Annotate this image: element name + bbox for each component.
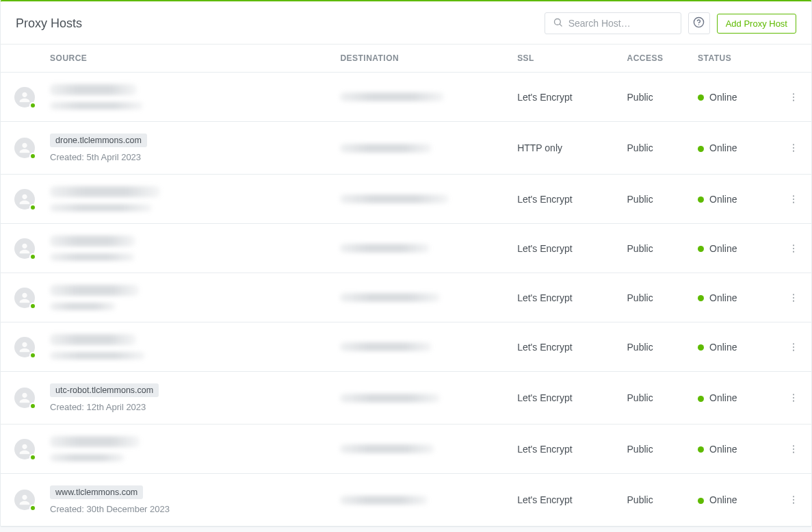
avatar-status-dot xyxy=(29,403,36,409)
svg-point-8 xyxy=(793,147,794,149)
status-dot-icon xyxy=(698,197,704,203)
avatar xyxy=(14,490,35,510)
table-row[interactable]: Let's EncryptPublicOnline xyxy=(1,322,811,372)
status-label: Online xyxy=(709,243,737,254)
host-tag: utc-robot.tlclemmons.com xyxy=(50,383,159,397)
ssl-cell: Let's Encrypt xyxy=(510,372,620,425)
ssl-cell: Let's Encrypt xyxy=(510,474,620,527)
avatar xyxy=(14,138,35,158)
avatar-status-dot xyxy=(29,153,36,160)
status-cell: Online xyxy=(691,372,776,425)
table-row[interactable]: utc-robot.tlclemmons.comCreated: 12th Ap… xyxy=(1,372,811,425)
access-cell: Public xyxy=(620,122,691,175)
status-label: Online xyxy=(709,292,737,303)
status-dot-icon xyxy=(698,344,704,351)
status-cell: Online xyxy=(691,175,776,224)
search-wrap xyxy=(545,12,681,34)
table-row[interactable]: Let's EncryptPublicOnline xyxy=(1,73,811,122)
proxy-hosts-table: SOURCE DESTINATION SSL ACCESS STATUS Let… xyxy=(1,44,811,527)
status-dot-icon xyxy=(698,246,704,252)
svg-point-14 xyxy=(793,247,794,249)
table-row[interactable]: Let's EncryptPublicOnline xyxy=(1,425,811,474)
status-dot-icon xyxy=(698,498,704,504)
access-cell: Public xyxy=(620,474,691,527)
svg-point-19 xyxy=(793,343,794,344)
col-header-menu xyxy=(776,45,811,73)
row-menu-button[interactable] xyxy=(784,338,803,357)
table-row[interactable]: www.tlclemmons.comCreated: 30th December… xyxy=(1,474,811,527)
col-header-source[interactable]: SOURCE xyxy=(43,45,333,73)
help-button[interactable] xyxy=(688,12,710,34)
avatar xyxy=(14,288,35,308)
status-label: Online xyxy=(709,142,737,153)
avatar xyxy=(14,87,35,107)
header-actions: Add Proxy Host xyxy=(545,12,796,34)
row-menu-button[interactable] xyxy=(784,440,803,459)
help-icon xyxy=(693,16,705,30)
svg-point-27 xyxy=(793,451,794,453)
access-cell: Public xyxy=(620,175,691,224)
table-row[interactable]: Let's EncryptPublicOnline xyxy=(1,175,811,224)
svg-point-9 xyxy=(793,151,794,152)
svg-point-18 xyxy=(793,300,794,301)
ssl-cell: Let's Encrypt xyxy=(510,322,620,372)
status-cell: Online xyxy=(691,273,776,322)
col-header-access[interactable]: ACCESS xyxy=(620,45,691,73)
avatar-status-dot xyxy=(29,303,36,309)
status-label: Online xyxy=(709,494,737,505)
svg-point-7 xyxy=(793,144,794,145)
status-cell: Online xyxy=(691,73,776,122)
col-header-status[interactable]: STATUS xyxy=(691,45,776,73)
svg-point-20 xyxy=(793,346,794,347)
svg-point-4 xyxy=(793,93,794,94)
status-label: Online xyxy=(709,392,737,403)
avatar-status-dot xyxy=(29,505,36,511)
avatar-status-dot xyxy=(29,352,36,359)
ssl-cell: HTTP only xyxy=(510,122,620,175)
avatar xyxy=(14,189,35,210)
svg-point-22 xyxy=(793,394,794,395)
created-label: Created: 12th April 2023 xyxy=(50,402,146,412)
row-menu-button[interactable] xyxy=(784,288,803,307)
status-cell: Online xyxy=(691,322,776,372)
page-header: Proxy Hosts Add Proxy Host xyxy=(1,1,811,44)
row-menu-button[interactable] xyxy=(784,490,803,509)
row-menu-button[interactable] xyxy=(784,388,803,407)
status-dot-icon xyxy=(698,396,704,402)
col-header-destination[interactable]: DESTINATION xyxy=(333,45,510,73)
svg-point-17 xyxy=(793,296,794,298)
row-menu-button[interactable] xyxy=(784,190,803,209)
status-dot-icon xyxy=(698,446,704,453)
col-header-ssl[interactable]: SSL xyxy=(510,45,620,73)
avatar-status-dot xyxy=(29,102,36,109)
ssl-cell: Let's Encrypt xyxy=(510,273,620,322)
add-proxy-host-button[interactable]: Add Proxy Host xyxy=(717,14,796,34)
row-menu-button[interactable] xyxy=(784,239,803,258)
row-menu-button[interactable] xyxy=(784,88,803,107)
table-row[interactable]: Let's EncryptPublicOnline xyxy=(1,224,811,273)
table-row[interactable]: Let's EncryptPublicOnline xyxy=(1,273,811,322)
status-label: Online xyxy=(709,194,737,205)
search-input[interactable] xyxy=(545,12,681,34)
access-cell: Public xyxy=(620,372,691,425)
created-label: Created: 5th April 2023 xyxy=(50,152,141,162)
status-cell: Online xyxy=(691,474,776,527)
avatar-status-dot xyxy=(29,253,36,260)
svg-point-26 xyxy=(793,448,794,449)
access-cell: Public xyxy=(620,273,691,322)
svg-point-6 xyxy=(793,99,794,101)
avatar-status-dot xyxy=(29,454,36,461)
avatar-status-dot xyxy=(29,204,36,211)
access-cell: Public xyxy=(620,322,691,372)
status-dot-icon xyxy=(698,295,704,301)
svg-point-10 xyxy=(793,195,794,197)
row-menu-button[interactable] xyxy=(784,138,803,157)
host-tag: www.tlclemmons.com xyxy=(50,485,143,499)
svg-point-13 xyxy=(793,244,794,246)
svg-point-24 xyxy=(793,401,794,402)
svg-point-28 xyxy=(793,496,794,497)
table-row[interactable]: drone.tlclemmons.comCreated: 5th April 2… xyxy=(1,122,811,175)
ssl-cell: Let's Encrypt xyxy=(510,224,620,273)
svg-point-11 xyxy=(793,198,794,199)
ssl-cell: Let's Encrypt xyxy=(510,73,620,122)
